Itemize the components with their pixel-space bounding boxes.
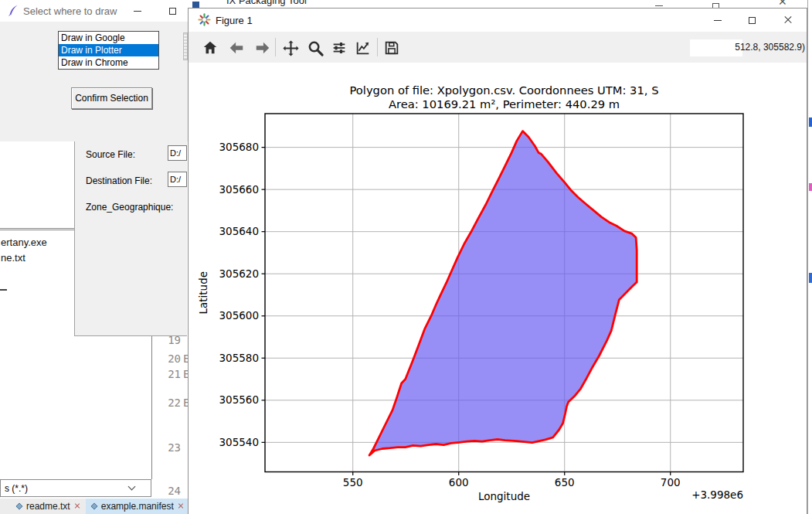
cursor-coordinate-readout: 512.8, 305582.9)	[651, 42, 805, 53]
confirm-selection-button[interactable]: Confirm Selection	[71, 87, 152, 109]
select-where-to-draw-window: Select where to draw Draw in Google Draw…	[0, 0, 188, 141]
listbox-option-chrome[interactable]: Draw in Chrome	[59, 56, 158, 69]
chevron-down-icon	[128, 483, 136, 491]
list-item[interactable]: ertany.exe	[1, 237, 47, 248]
destination-file-label: Destination File:	[86, 175, 152, 186]
manifest-file-icon	[15, 502, 22, 509]
list-item[interactable]: ne.txt	[1, 252, 25, 264]
line-number: 23	[158, 441, 181, 454]
tk-feather-icon	[7, 4, 20, 17]
chart-title-line2: Area: 10169.21 m², Perimeter: 440.29 m	[389, 97, 620, 111]
y-tick-label: 305560	[219, 393, 259, 406]
y-tick-label: 305580	[219, 352, 259, 364]
window-border-fragment	[0, 289, 7, 291]
select-window-titlebar[interactable]: Select where to draw	[0, 0, 188, 22]
manifest-file-icon	[90, 502, 97, 509]
background-window-edge	[807, 0, 812, 514]
y-tick-label: 305620	[219, 267, 259, 280]
line-number: 22	[158, 397, 181, 409]
minimize-icon[interactable]	[655, 5, 663, 6]
axis-offset-text: +3.998e6	[691, 488, 743, 501]
sliders-icon	[331, 39, 348, 56]
close-button[interactable]	[770, 9, 807, 32]
edit-plot-button[interactable]	[353, 38, 373, 58]
minimize-button[interactable]	[122, 0, 153, 22]
edge-fragment	[809, 273, 812, 283]
pan-button[interactable]	[280, 38, 301, 58]
zoom-button[interactable]	[305, 38, 325, 58]
close-tab-icon[interactable]	[178, 503, 184, 509]
background-window-titlebar: IX Packaging Tool ✕	[188, 0, 807, 8]
forward-button[interactable]	[253, 38, 273, 58]
file-filter-value: s (*.*)	[5, 483, 28, 494]
x-tick-label: 550	[343, 476, 363, 488]
y-tick-label: 305680	[219, 141, 259, 153]
home-icon	[202, 39, 219, 56]
back-button[interactable]	[226, 38, 246, 58]
figure-titlebar[interactable]: Figure 1	[189, 9, 807, 32]
minimize-icon	[134, 11, 141, 12]
minimize-button[interactable]	[700, 9, 735, 32]
screen: IX Packaging Tool ✕ Select where to draw…	[0, 0, 812, 514]
close-icon[interactable]: ✕	[778, 0, 787, 8]
listbox-option-plotter[interactable]: Draw in Plotter	[59, 44, 158, 56]
y-tick-label: 305660	[219, 183, 259, 196]
forward-arrow-icon	[254, 39, 271, 56]
line-number: 21	[158, 368, 181, 380]
figure-window: Figure 1	[188, 8, 807, 514]
converter-form-panel: Source File: D:/ Destination File: D:/ Z…	[74, 141, 187, 336]
y-tick-label: 305540	[219, 436, 259, 448]
background-window-title: IX Packaging Tool	[226, 0, 307, 6]
file-filter-combobox[interactable]: s (*.*)	[0, 479, 151, 497]
draw-target-listbox[interactable]: Draw in Google Draw in Plotter Draw in C…	[58, 31, 159, 70]
y-tick-label: 305640	[219, 225, 259, 237]
x-tick-label: 600	[449, 476, 469, 488]
plot-canvas[interactable]: 5506006507003055403055603055803056003056…	[189, 63, 807, 514]
close-icon	[783, 15, 793, 25]
chart-title-line1: Polygon of file: Xpolygon.csv. Coordonne…	[350, 83, 659, 97]
polygon-fill	[369, 131, 637, 455]
configure-subplots-button[interactable]	[329, 38, 349, 58]
packaging-tool-app-icon	[192, 2, 199, 8]
edge-fragment	[809, 117, 812, 127]
editor-tab-bar: readme.txt example.manifest	[0, 499, 188, 514]
source-file-label: Source File:	[86, 149, 135, 160]
polygon-plot[interactable]: 5506006507003055403055603055803056003056…	[189, 63, 807, 514]
tab-label: readme.txt	[26, 501, 70, 512]
edge-fragment	[809, 183, 812, 191]
toolbar-separator	[377, 38, 378, 56]
listbox-option-google[interactable]: Draw in Google	[59, 32, 158, 44]
tab-example-manifest[interactable]: example.manifest	[86, 499, 188, 514]
x-tick-label: 650	[555, 476, 575, 488]
save-button[interactable]	[382, 38, 402, 58]
matplotlib-toolbar: 512.8, 305582.9)	[189, 32, 807, 63]
destination-file-field[interactable]: D:/	[168, 172, 187, 187]
zone-geographique-label: Zone_Geographique:	[86, 202, 173, 213]
home-button[interactable]	[200, 38, 220, 58]
maximize-icon	[749, 17, 756, 24]
select-window-title: Select where to draw	[23, 5, 117, 17]
line-number: 19	[158, 334, 181, 346]
tab-readme[interactable]: readme.txt	[11, 499, 86, 514]
line-number: 24	[158, 485, 181, 497]
line-number: 20	[158, 352, 181, 365]
close-tab-icon[interactable]	[74, 503, 80, 509]
save-floppy-icon	[383, 39, 400, 56]
zoom-magnifier-icon	[307, 39, 324, 57]
y-axis-label: Latitude	[197, 271, 209, 315]
x-axis-label: Longitude	[478, 490, 530, 502]
line-chart-icon	[355, 39, 372, 56]
maximize-icon	[169, 8, 176, 15]
minimize-icon	[714, 20, 722, 21]
x-tick-label: 700	[661, 476, 681, 488]
editor-line-number-gutter: 19 20E 21E 22E 23 24	[155, 328, 188, 500]
y-tick-label: 305600	[219, 309, 259, 322]
tab-label: example.manifest	[101, 501, 174, 512]
empty-list-panel	[0, 141, 75, 228]
pan-move-icon	[282, 39, 300, 57]
matplotlib-logo-icon	[198, 13, 211, 26]
maximize-button[interactable]	[735, 9, 770, 32]
figure-window-title: Figure 1	[216, 15, 253, 26]
maximize-button[interactable]	[157, 0, 188, 22]
source-file-field[interactable]: D:/	[168, 145, 187, 161]
